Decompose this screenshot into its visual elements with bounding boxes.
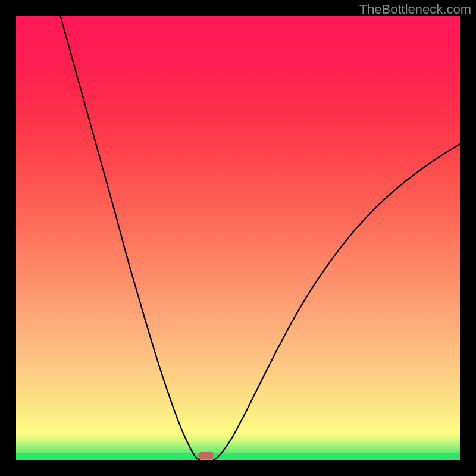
chart-container: TheBottleneck.com [0,0,476,476]
plot-area [16,16,460,460]
watermark-text: TheBottleneck.com [359,2,471,17]
minimum-marker [198,452,214,459]
curve-left-branch [61,16,199,460]
curve-svg [16,16,460,460]
curve-right-branch [214,144,460,460]
